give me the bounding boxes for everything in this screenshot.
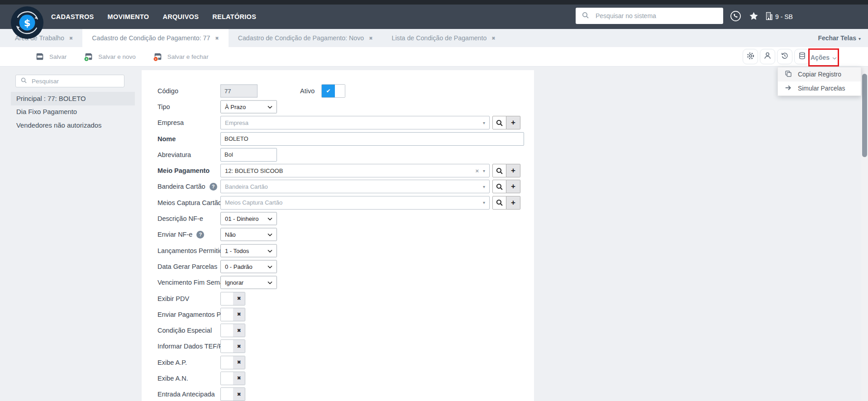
app-logo[interactable]: $: [10, 5, 44, 40]
tab-lista-de-condicao-de-pagamento[interactable]: Lista de Condição de Pagamento✖: [382, 29, 505, 47]
tab-label: Cadastro de Condição de Pagamento: Novo: [238, 34, 364, 42]
select-tipo[interactable]: À Prazo: [220, 100, 277, 113]
cross-icon: ✖: [233, 292, 245, 305]
menu-item-copiar-registro[interactable]: Copiar Registro: [778, 67, 861, 81]
building-icon: [766, 12, 773, 22]
add-button[interactable]: +: [506, 180, 520, 193]
salvar-button[interactable]: Salvar: [35, 52, 67, 62]
salvar-e-fechar-button[interactable]: ✕Salvar e fechar: [153, 52, 209, 62]
search-button[interactable]: [492, 180, 506, 193]
add-button[interactable]: +: [506, 196, 520, 210]
form-row-enviar-nf-e: Enviar NF-e?Não: [142, 227, 534, 243]
field-label-text: Descrição NF-e: [157, 215, 203, 222]
toggle-enviar-pagamentos-pdv[interactable]: ✖: [220, 308, 245, 321]
search-button[interactable]: [492, 164, 506, 177]
form-row-lancamentos-permitidos: Lançamentos Permitidos1 - Todos: [142, 243, 534, 258]
clear-icon[interactable]: ×: [475, 168, 479, 174]
whatsapp-icon[interactable]: [730, 10, 742, 24]
search-button[interactable]: [492, 116, 506, 129]
close-icon[interactable]: ✖: [491, 36, 495, 41]
scrollbar-thumb[interactable]: [862, 74, 867, 157]
sidebar-item-vendedores-nao-autorizados[interactable]: Vendedores não autorizados: [11, 119, 135, 132]
field-label-text: Entrada Antecipada: [157, 391, 215, 398]
sidebar-list: Principal : 77: BOLETODia Fixo Pagamento…: [11, 92, 135, 132]
combo-meio-pagamento[interactable]: 12: BOLETO SICOOB×▾: [220, 164, 490, 177]
field-label-text: Data Gerar Parcelas: [157, 263, 217, 270]
cross-icon: ✖: [233, 372, 245, 385]
company-selector[interactable]: 9 - SB: [766, 12, 793, 22]
form-row-abreviatura: Abreviatura: [142, 147, 534, 162]
toggle-exibe-a-n[interactable]: ✖: [220, 372, 245, 385]
field-label: Enviar Pagamentos PDV: [157, 306, 230, 322]
select-data-gerar-parcelas[interactable]: 0 - Padrão: [220, 260, 277, 273]
form-row-exibe-a-n: Exibe A.N.✖: [142, 370, 534, 386]
toggle-informar-dados-tef-pos[interactable]: ✖: [220, 339, 245, 353]
acoes-button[interactable]: Ações: [811, 54, 837, 61]
caret-down-icon: ▾: [483, 200, 485, 205]
close-icon[interactable]: ✖: [369, 36, 372, 41]
combo-empresa[interactable]: Empresa▾: [220, 116, 490, 129]
caret-down-icon: ▾: [483, 168, 485, 173]
select-descricao-nf-e[interactable]: 01 - Dinheiro: [220, 212, 277, 225]
search-button[interactable]: [492, 196, 506, 210]
cross-icon: ✖: [233, 324, 245, 337]
database-button[interactable]: [794, 49, 810, 64]
sidebar-search[interactable]: [15, 75, 124, 87]
select-vencimento-fim-semana[interactable]: Ignorar: [220, 276, 277, 289]
input-nome[interactable]: [220, 132, 524, 146]
field-label: Enviar NF-e?: [157, 227, 204, 243]
input-abreviatura[interactable]: [220, 148, 277, 162]
tab-cadastro-de-condicao-de-pagamento-novo[interactable]: Cadastro de Condição de Pagamento: Novo✖: [229, 29, 382, 47]
field-label: Nome: [157, 131, 176, 147]
field-label: Código: [157, 83, 178, 99]
combo-bandeira-cartao[interactable]: Bandeira Cartão▾: [220, 180, 490, 193]
nav-item-arquivos[interactable]: ARQUIVOS: [162, 13, 199, 20]
form-row-exibir-pdv: Exibir PDV✖: [142, 291, 534, 306]
favorites-icon[interactable]: [749, 11, 759, 23]
user-button[interactable]: [760, 49, 775, 64]
sidebar-item-dia-fixo-pagamento[interactable]: Dia Fixo Pagamento: [11, 105, 135, 119]
help-icon[interactable]: ?: [196, 231, 204, 239]
select-lancamentos-permitidos[interactable]: 1 - Todos: [220, 244, 277, 257]
toggle-entrada-antecipada[interactable]: ✖: [220, 387, 245, 401]
field-label: Condição Especial: [157, 322, 212, 338]
nav-item-cadastros[interactable]: CADASTROS: [51, 13, 94, 20]
field-label-text: Meio Pagamento: [157, 167, 210, 174]
sidebar-item-principal-77-boleto[interactable]: Principal : 77: BOLETO: [11, 92, 135, 105]
dollar-sync-icon: $: [10, 5, 44, 40]
combo-value: 12: BOLETO SICOOB: [225, 167, 283, 174]
tab-cadastro-de-condicao-de-pagamento-77[interactable]: Cadastro de Condição de Pagamento: 77✖: [82, 29, 228, 47]
global-search-input[interactable]: [596, 12, 717, 19]
toggle-exibe-a-p[interactable]: ✖: [220, 356, 245, 369]
navbar: $ CADASTROSMOVIMENTOARQUIVOSRELATÓRIOS: [0, 5, 868, 29]
navbar-menu: CADASTROSMOVIMENTOARQUIVOSRELATÓRIOS: [51, 5, 256, 29]
add-button[interactable]: +: [506, 164, 520, 177]
add-button[interactable]: +: [506, 116, 520, 129]
close-icon[interactable]: ✖: [69, 36, 73, 41]
ativo-toggle[interactable]: ✔: [321, 84, 345, 98]
caret-down-icon: ▾: [858, 36, 861, 41]
nav-item-relatorios[interactable]: RELATÓRIOS: [212, 13, 256, 20]
salvar-e-novo-button[interactable]: +Salvar e novo: [84, 52, 136, 62]
combo-meios-captura-cartao[interactable]: Meios Captura Cartão▾: [220, 196, 490, 210]
sidebar-search-input[interactable]: [32, 78, 119, 85]
field-label-text: Exibir PDV: [157, 295, 189, 302]
help-icon[interactable]: ?: [210, 183, 217, 191]
settings-button[interactable]: [743, 49, 758, 64]
menu-item-simular-parcelas[interactable]: Simular Parcelas: [778, 81, 861, 95]
field-label-text: Código: [157, 87, 178, 95]
scrollbar[interactable]: [861, 67, 868, 401]
close-icon[interactable]: ✖: [215, 36, 219, 41]
acoes-dropdown: Copiar RegistroSimular Parcelas: [777, 67, 861, 96]
field-label-text: Enviar NF-e: [157, 231, 192, 238]
history-button[interactable]: [777, 49, 792, 64]
select-enviar-nf-e[interactable]: Não: [220, 228, 277, 241]
toggle-condicao-especial[interactable]: ✖: [220, 324, 245, 337]
field-label-text: Bandeira Cartão: [157, 183, 205, 190]
toggle-exibir-pdv[interactable]: ✖: [220, 292, 245, 306]
field-label: Entrada Antecipada: [157, 387, 215, 401]
nav-item-movimento[interactable]: MOVIMENTO: [108, 13, 149, 20]
global-search[interactable]: [576, 8, 723, 24]
fechar-telas-button[interactable]: Fechar Telas ▾: [818, 29, 861, 47]
form-row-data-gerar-parcelas: Data Gerar Parcelas0 - Padrão: [142, 258, 534, 274]
